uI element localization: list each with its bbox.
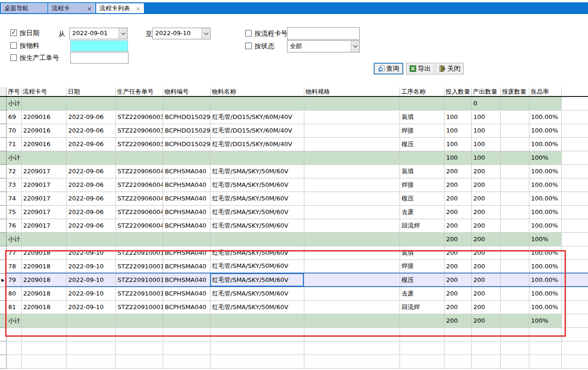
- cell[interactable]: [500, 137, 529, 151]
- column-header[interactable]: 物料编号: [163, 87, 210, 96]
- column-header[interactable]: 良品率: [529, 87, 561, 96]
- cell[interactable]: 100: [444, 137, 471, 151]
- date-to-combo[interactable]: 2022-09-10: [152, 28, 211, 39]
- column-header[interactable]: 生产任务单号: [115, 87, 163, 96]
- cell[interactable]: 焊接: [400, 124, 444, 137]
- cell[interactable]: [304, 246, 400, 259]
- cell[interactable]: STZ220906003: [115, 110, 163, 124]
- cell[interactable]: 2209016: [21, 124, 66, 137]
- cell[interactable]: 200: [444, 273, 471, 287]
- cell[interactable]: [304, 259, 400, 273]
- cell[interactable]: 200: [444, 205, 471, 219]
- date-from-combo[interactable]: 2022-09-01: [69, 28, 128, 39]
- cell[interactable]: 红毛管/SMA/SKY/50M/60V: [210, 164, 304, 178]
- cell[interactable]: 2209018: [21, 287, 66, 300]
- cell[interactable]: 装填: [400, 246, 444, 259]
- cell[interactable]: 2022-09-10: [66, 246, 115, 259]
- cell[interactable]: 200: [471, 246, 500, 259]
- column-header[interactable]: 工序名称: [400, 87, 444, 96]
- cell[interactable]: 2209017: [21, 178, 66, 192]
- cell[interactable]: 2209017: [21, 219, 66, 232]
- row-selector[interactable]: [0, 110, 6, 124]
- cell[interactable]: 100: [471, 124, 500, 137]
- cell[interactable]: BCPHSMA040: [163, 192, 210, 205]
- cell[interactable]: STZ220906004: [115, 192, 163, 205]
- cell[interactable]: 回流焊: [400, 300, 444, 314]
- row-selector[interactable]: [0, 259, 6, 273]
- cell[interactable]: 2022-09-06: [66, 124, 115, 137]
- cell[interactable]: STZ220906004: [115, 205, 163, 219]
- card-no-input[interactable]: [287, 27, 360, 40]
- cell[interactable]: STZ220906004: [115, 164, 163, 178]
- cell[interactable]: STZ220906004: [115, 178, 163, 192]
- row-selector[interactable]: [0, 178, 6, 192]
- cell[interactable]: 200: [444, 219, 471, 232]
- cell[interactable]: 81: [6, 300, 21, 314]
- cell[interactable]: 78: [6, 259, 21, 273]
- cell[interactable]: 80: [6, 287, 21, 300]
- cell[interactable]: [304, 219, 400, 232]
- column-header[interactable]: 报废数量: [500, 87, 529, 96]
- row-selector[interactable]: [0, 96, 6, 110]
- cell[interactable]: 200: [444, 300, 471, 314]
- row-selector[interactable]: [0, 164, 6, 178]
- cell[interactable]: [500, 300, 529, 314]
- column-header[interactable]: 投入数量: [444, 87, 471, 96]
- cell[interactable]: 2209017: [21, 164, 66, 178]
- by-card-no-checkbox[interactable]: ✓: [245, 30, 252, 37]
- cell[interactable]: 100: [471, 137, 500, 151]
- column-header[interactable]: 产出数量: [471, 87, 500, 96]
- cell[interactable]: 2209016: [21, 137, 66, 151]
- cell[interactable]: STZ220906004: [115, 219, 163, 232]
- work-order-input[interactable]: [70, 52, 128, 64]
- cell[interactable]: 红毛管/DO15/SKY/60M/40V: [210, 124, 304, 137]
- cell[interactable]: 100.00%: [529, 205, 561, 219]
- cell[interactable]: 2209018: [21, 300, 66, 314]
- cell[interactable]: 去废: [400, 205, 444, 219]
- row-selector[interactable]: [0, 137, 6, 151]
- cell[interactable]: 100.00%: [529, 246, 561, 259]
- cell[interactable]: 2022-09-10: [66, 287, 115, 300]
- cell[interactable]: 100: [444, 124, 471, 137]
- cell[interactable]: 红毛管/SMA/SKY/50M/60V: [210, 246, 304, 259]
- cell[interactable]: 2022-09-06: [66, 192, 115, 205]
- cell[interactable]: 73: [6, 178, 21, 192]
- cell[interactable]: BCPHDO15029: [163, 124, 210, 137]
- cell[interactable]: [304, 124, 400, 137]
- column-header[interactable]: 物料规格: [304, 87, 400, 96]
- cell[interactable]: STZ220910001: [115, 273, 163, 287]
- cell[interactable]: 装填: [400, 110, 444, 124]
- cell[interactable]: 71: [6, 137, 21, 151]
- cell[interactable]: 2022-09-10: [66, 300, 115, 314]
- cell[interactable]: 去废: [400, 287, 444, 300]
- cell[interactable]: [500, 110, 529, 124]
- cell[interactable]: 2209016: [21, 110, 66, 124]
- cell[interactable]: 100.00%: [529, 178, 561, 192]
- cell[interactable]: [304, 137, 400, 151]
- cell[interactable]: 72: [6, 164, 21, 178]
- export-button[interactable]: 导出: [406, 63, 434, 74]
- cell[interactable]: 100.00%: [529, 164, 561, 178]
- cell[interactable]: STZ220910001: [115, 246, 163, 259]
- chevron-down-icon[interactable]: [119, 28, 127, 39]
- cell[interactable]: 2022-09-06: [66, 205, 115, 219]
- status-combo[interactable]: 全部: [287, 40, 360, 52]
- cell[interactable]: 200: [444, 164, 471, 178]
- cell[interactable]: BCPHSMA040: [163, 205, 210, 219]
- cell[interactable]: 70: [6, 124, 21, 137]
- cell[interactable]: 红毛管/SMA/SKY/50M/60V: [210, 300, 304, 314]
- cell[interactable]: BCPHSMA040: [163, 259, 210, 273]
- cell[interactable]: 100.00%: [529, 124, 561, 137]
- tab-desktop-nav[interactable]: 桌面导航: [1, 3, 47, 13]
- cell[interactable]: [500, 192, 529, 205]
- material-input[interactable]: [70, 40, 128, 52]
- cell[interactable]: [500, 273, 529, 287]
- cell[interactable]: 200: [444, 178, 471, 192]
- cell[interactable]: STZ220906003: [115, 137, 163, 151]
- cell[interactable]: 200: [471, 287, 500, 300]
- cell[interactable]: 200: [471, 219, 500, 232]
- cell[interactable]: [304, 110, 400, 124]
- cell[interactable]: 100.00%: [529, 287, 561, 300]
- cell[interactable]: 200: [471, 205, 500, 219]
- cell[interactable]: 100.00%: [529, 259, 561, 273]
